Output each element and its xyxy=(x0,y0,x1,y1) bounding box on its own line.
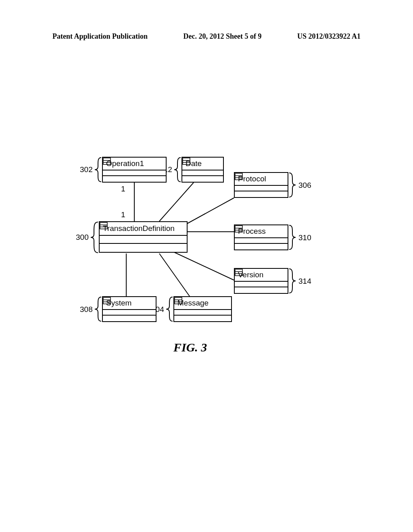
class-icon xyxy=(174,297,182,304)
class-transaction-definition: TransactionDefinition xyxy=(99,221,188,253)
class-icon xyxy=(100,222,108,229)
class-icon xyxy=(235,269,243,276)
class-icon xyxy=(103,297,111,304)
class-operation1: Operation1 xyxy=(102,157,167,183)
svg-rect-7 xyxy=(103,158,111,164)
class-icon xyxy=(235,173,243,180)
figure-caption: FIG. 3 xyxy=(173,341,207,354)
class-date: Date xyxy=(181,157,224,183)
svg-rect-22 xyxy=(235,269,242,276)
ref-310-text: 310 xyxy=(298,233,311,242)
multiplicity-1-top: 1 xyxy=(121,185,125,193)
braces-layer xyxy=(0,0,413,532)
multiplicity-1-bottom: 1 xyxy=(121,210,125,219)
svg-rect-13 xyxy=(235,173,242,180)
ref-306-text: 306 xyxy=(298,181,311,190)
class-transaction-definition-label: TransactionDefinition xyxy=(103,224,175,233)
ref-308-text: 308 xyxy=(80,305,93,314)
ref-300-text: 300 xyxy=(76,233,89,242)
svg-rect-10 xyxy=(183,158,190,164)
class-version: Version xyxy=(234,268,288,294)
class-process: Process xyxy=(234,224,288,250)
ref-302-text: 302 xyxy=(80,165,93,174)
svg-rect-16 xyxy=(100,222,107,229)
ref-314-text: 314 xyxy=(298,277,311,286)
class-icon xyxy=(235,225,243,233)
class-operation1-label: Operation1 xyxy=(106,159,144,168)
class-system: System xyxy=(102,296,156,322)
svg-rect-19 xyxy=(235,226,242,232)
class-icon xyxy=(103,158,111,165)
class-message: Message xyxy=(173,296,232,322)
class-icon xyxy=(182,158,190,165)
svg-rect-28 xyxy=(175,297,182,304)
class-protocol: Protocol xyxy=(234,172,288,198)
svg-rect-25 xyxy=(103,297,111,304)
